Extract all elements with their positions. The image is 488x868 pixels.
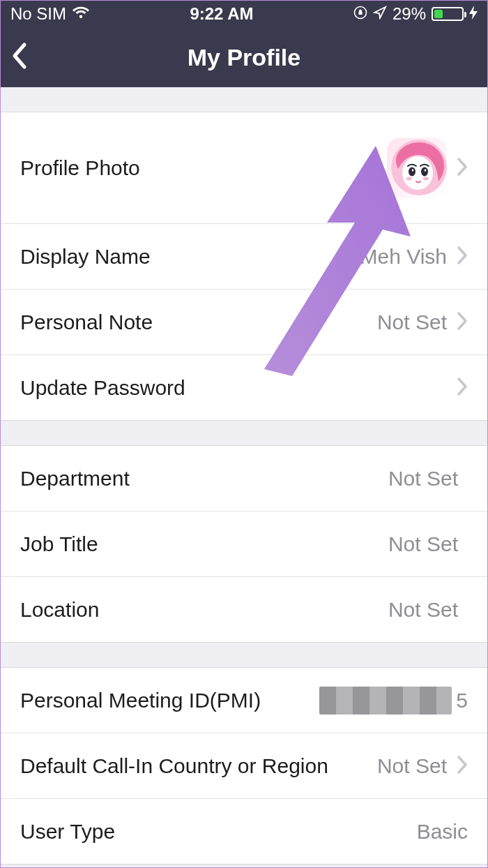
section-gap xyxy=(1,87,487,112)
chevron-right-icon xyxy=(457,246,468,268)
svg-point-3 xyxy=(409,167,415,176)
row-label: Personal Meeting ID(PMI) xyxy=(20,689,319,712)
back-button[interactable] xyxy=(10,40,30,74)
row-location[interactable]: Location Not Set xyxy=(1,577,487,643)
row-department[interactable]: Department Not Set xyxy=(1,446,487,511)
row-label: Personal Note xyxy=(20,310,377,334)
svg-point-5 xyxy=(412,169,414,172)
row-label: Default Call-In Country or Region xyxy=(20,754,377,778)
row-job-title[interactable]: Job Title Not Set xyxy=(1,511,487,577)
row-label: Location xyxy=(20,598,388,622)
battery-pct: 29% xyxy=(392,4,426,24)
svg-point-2 xyxy=(402,156,433,190)
svg-point-7 xyxy=(406,177,412,180)
avatar xyxy=(387,138,447,198)
section-meeting: Personal Meeting ID(PMI) 5 Default Call-… xyxy=(1,668,487,865)
redacted-value xyxy=(319,687,452,714)
svg-point-6 xyxy=(425,169,427,172)
row-label: Update Password xyxy=(20,376,457,400)
section-account: Profile Photo Display Name Meh Vish xyxy=(1,112,487,421)
row-value: Not Set xyxy=(388,532,458,556)
row-value: Not Set xyxy=(388,467,458,491)
row-profile-photo[interactable]: Profile Photo xyxy=(1,112,487,224)
carrier-text: No SIM xyxy=(10,4,66,24)
section-org: Department Not Set Job Title Not Set Loc… xyxy=(1,446,487,643)
charging-icon xyxy=(469,4,478,24)
row-value: Not Set xyxy=(377,310,447,334)
chevron-right-icon xyxy=(457,377,468,399)
section-gap xyxy=(1,643,487,668)
status-bar: No SIM 9:22 AM 29% xyxy=(1,1,487,27)
row-user-type[interactable]: User Type Basic xyxy=(1,799,487,865)
status-time: 9:22 AM xyxy=(190,4,253,24)
row-display-name[interactable]: Display Name Meh Vish xyxy=(1,224,487,290)
section-gap xyxy=(1,421,487,446)
wifi-icon xyxy=(72,4,90,24)
row-personal-note[interactable]: Personal Note Not Set xyxy=(1,290,487,355)
battery-icon xyxy=(432,7,464,21)
chevron-right-icon xyxy=(457,157,468,179)
row-value-tail: 5 xyxy=(456,689,468,712)
row-value: Basic xyxy=(417,820,468,844)
row-value: Not Set xyxy=(388,598,458,622)
row-value: Not Set xyxy=(377,754,447,778)
row-label: User Type xyxy=(20,820,417,844)
footer-note: Meetings a basic user hosts with 3 or mo… xyxy=(1,865,487,868)
row-value: Meh Vish xyxy=(360,245,447,269)
row-label: Profile Photo xyxy=(20,156,387,180)
row-pmi[interactable]: Personal Meeting ID(PMI) 5 xyxy=(1,668,487,733)
row-update-password[interactable]: Update Password xyxy=(1,355,487,421)
row-label: Job Title xyxy=(20,532,388,556)
nav-bar: My Profile xyxy=(1,27,487,87)
row-label: Display Name xyxy=(20,245,360,269)
chevron-right-icon xyxy=(457,755,468,777)
row-label: Department xyxy=(20,467,388,491)
svg-point-8 xyxy=(423,177,429,180)
row-call-in-country[interactable]: Default Call-In Country or Region Not Se… xyxy=(1,733,487,799)
svg-point-4 xyxy=(421,167,428,176)
orientation-lock-icon xyxy=(353,4,367,24)
page-title: My Profile xyxy=(188,44,300,71)
location-icon xyxy=(373,4,387,24)
chevron-right-icon xyxy=(457,311,468,334)
